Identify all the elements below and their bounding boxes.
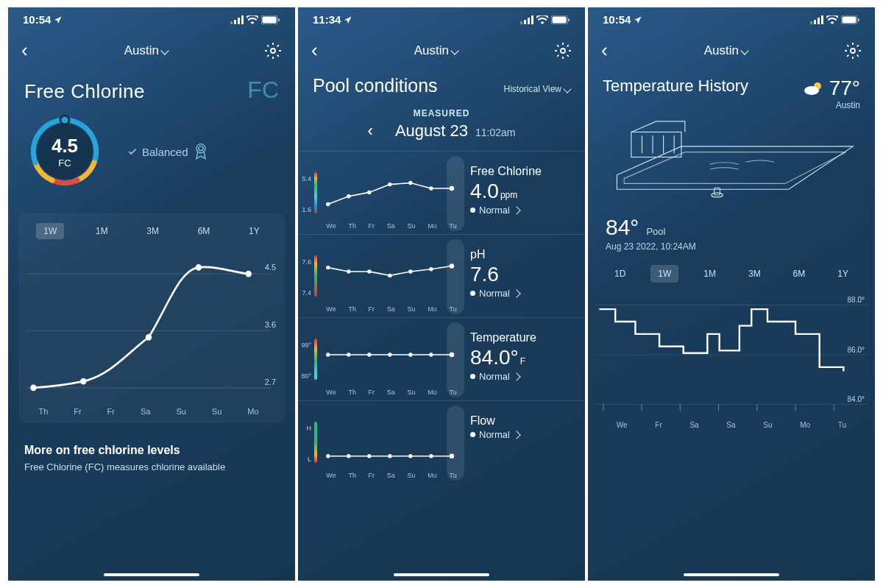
metric-row-free-chlorine[interactable]: 5.4 1.6 WeThFrSaSuMoTu Free Chlorine 4.0… <box>298 151 585 234</box>
weather-widget: 77° Austin <box>803 77 860 110</box>
gear-icon[interactable] <box>554 42 572 60</box>
range-6m[interactable]: 6M <box>786 265 813 283</box>
svg-point-33 <box>429 186 433 190</box>
svg-point-40 <box>429 267 433 271</box>
svg-point-31 <box>388 183 391 186</box>
svg-rect-61 <box>843 16 857 23</box>
metric-status[interactable]: Normal <box>470 429 576 440</box>
battery-icon <box>551 15 570 24</box>
highlight-today <box>447 322 464 397</box>
svg-rect-25 <box>553 16 567 23</box>
svg-rect-23 <box>531 15 533 24</box>
nav-title-dropdown[interactable]: Austin <box>124 43 168 58</box>
pool-temp-value: 84° <box>606 215 639 240</box>
location-icon <box>344 15 352 24</box>
metric-status[interactable]: Normal <box>470 288 576 299</box>
x-axis: WeFr SaSa SuMo Tu <box>588 421 875 429</box>
svg-point-42 <box>326 353 330 356</box>
svg-rect-57 <box>814 20 816 24</box>
metric-row-flow[interactable]: H L WeThFrSaSuMoTu Flow Normal <box>298 400 585 483</box>
home-indicator[interactable] <box>394 573 489 576</box>
status-bar: 11:34 <box>298 7 585 29</box>
metric-status[interactable]: Normal <box>470 205 576 216</box>
gauge-label: FC <box>58 157 71 169</box>
gear-icon[interactable] <box>264 42 282 60</box>
screen-temp-history: 10:54 ‹ Austin Temperature History 77° A… <box>588 7 875 581</box>
svg-point-51 <box>367 454 371 458</box>
metric-row-ph[interactable]: 7.6 7.4 WeThFrSaSuMoTu pH 7.6 Normal <box>298 234 585 317</box>
weather-icon <box>803 80 825 96</box>
svg-point-27 <box>561 49 565 53</box>
svg-point-50 <box>347 454 350 458</box>
svg-point-10 <box>196 144 205 153</box>
weather-location: Austin <box>803 100 860 110</box>
svg-rect-22 <box>528 18 530 24</box>
pool-illustration <box>588 118 875 213</box>
back-button[interactable]: ‹ <box>311 39 318 62</box>
mini-chart-fc: WeThFrSaSuMoTu <box>317 159 466 230</box>
svg-rect-1 <box>234 20 236 24</box>
status-bar: 10:54 <box>588 7 875 29</box>
svg-point-39 <box>408 269 412 273</box>
gauge: 4.5 FC <box>24 111 105 192</box>
prev-day-button[interactable]: ‹ <box>368 121 373 141</box>
svg-rect-56 <box>810 21 812 24</box>
svg-point-63 <box>851 49 855 53</box>
range-1y[interactable]: 1Y <box>830 265 856 283</box>
x-axis: ThFr FrSa SuSu Mo <box>18 404 285 419</box>
svg-point-38 <box>388 274 391 277</box>
highlight-today <box>447 239 464 314</box>
range-1w[interactable]: 1W <box>650 265 678 283</box>
svg-rect-58 <box>818 18 820 24</box>
weather-temp: 77° <box>829 77 860 100</box>
more-info[interactable]: More on free chlorine levels Free Chlori… <box>8 431 295 486</box>
svg-point-19 <box>246 271 252 277</box>
measured-label: MEASURED <box>298 108 585 118</box>
range-1d[interactable]: 1D <box>607 265 633 283</box>
svg-point-45 <box>388 353 391 356</box>
gear-icon[interactable] <box>844 42 862 60</box>
nav-title-dropdown[interactable]: Austin <box>704 43 748 58</box>
screen-free-chlorine: 10:54 ‹ Austin Free Chlorine FC <box>8 7 295 581</box>
svg-point-16 <box>80 378 86 385</box>
range-3m[interactable]: 3M <box>741 265 768 283</box>
signal-icon <box>520 15 533 24</box>
back-button[interactable]: ‹ <box>21 39 28 62</box>
nav-title-dropdown[interactable]: Austin <box>414 43 458 58</box>
svg-point-46 <box>408 353 412 356</box>
metric-row-temperature[interactable]: 99° 80° WeThFrSaSuMoTu Temperature 84.0°… <box>298 317 585 400</box>
mini-chart-ph: WeThFrSaSuMoTu <box>317 242 466 313</box>
back-button[interactable]: ‹ <box>601 39 608 62</box>
home-indicator[interactable] <box>104 573 199 576</box>
metric-name: pH <box>470 248 576 261</box>
range-1m[interactable]: 1M <box>88 223 116 239</box>
historical-view-toggle[interactable]: Historical View <box>504 84 570 94</box>
metric-value: 4.0ppm <box>470 180 576 203</box>
svg-point-54 <box>429 454 433 458</box>
fc-chart[interactable]: 4.5 3.6 2.7 <box>18 249 285 404</box>
measured-time: 11:02am <box>475 127 515 138</box>
home-indicator[interactable] <box>684 573 779 576</box>
date-selector[interactable]: ‹ August 23 11:02am <box>298 118 585 151</box>
metric-status[interactable]: Normal <box>470 371 576 382</box>
svg-rect-59 <box>821 15 823 24</box>
svg-point-7 <box>271 49 275 53</box>
svg-rect-6 <box>278 18 280 21</box>
range-6m[interactable]: 6M <box>191 223 218 239</box>
battery-icon <box>841 15 860 24</box>
more-body: Free Chlorine (FC) measures chlorine ava… <box>24 461 279 472</box>
range-tabs: 1D 1W 1M 3M 6M 1Y <box>588 259 875 288</box>
mini-chart-temp: WeThFrSaSuMoTu <box>317 325 466 396</box>
range-3m[interactable]: 3M <box>139 223 166 239</box>
pool-temp-label: Pool <box>646 226 665 237</box>
range-1w[interactable]: 1W <box>36 223 64 239</box>
range-1y[interactable]: 1Y <box>241 223 267 239</box>
svg-point-11 <box>199 146 203 151</box>
status-time: 11:34 <box>313 13 341 26</box>
wifi-icon <box>536 15 548 24</box>
wifi-icon <box>247 15 258 24</box>
range-1m[interactable]: 1M <box>696 265 723 283</box>
chart-card: 1W 1M 3M 6M 1Y 4.5 3.6 2.7 ThFr <box>18 213 285 423</box>
temp-chart[interactable]: 88.0° 86.0° 84.0° <box>588 288 875 421</box>
range-tabs: 1W 1M 3M 6M 1Y <box>18 220 285 249</box>
